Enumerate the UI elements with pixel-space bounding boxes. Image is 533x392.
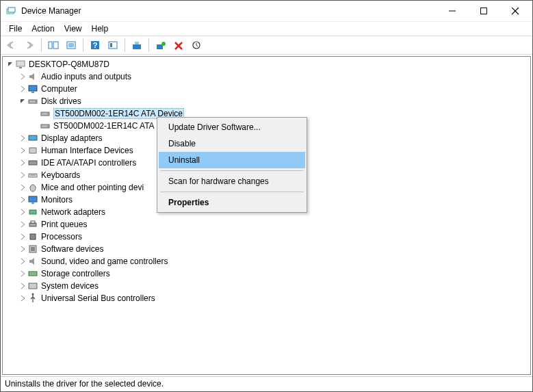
expand-icon[interactable] (18, 170, 27, 180)
tree-item-diskdrives[interactable]: Disk drives (3, 95, 530, 107)
expand-icon[interactable] (18, 133, 27, 143)
tree-item-processors[interactable]: Processors (3, 231, 530, 243)
ctx-uninstall[interactable]: Uninstall (159, 152, 305, 168)
app-icon (6, 5, 17, 16)
expand-icon[interactable] (18, 257, 27, 266)
expand-icon[interactable] (18, 232, 27, 241)
svg-point-28 (47, 114, 49, 115)
mouse-icon (27, 182, 38, 193)
ctx-disable[interactable]: Disable (159, 135, 305, 152)
tree-label: IDE ATA/ATAPI controllers (41, 158, 136, 168)
svg-rect-7 (53, 42, 58, 49)
tree-label: Human Interface Devices (41, 146, 133, 155)
svg-rect-24 (31, 92, 34, 93)
svg-rect-21 (16, 61, 25, 66)
properties-button[interactable] (63, 38, 79, 53)
action-button[interactable] (105, 38, 121, 53)
svg-rect-32 (29, 148, 36, 153)
svg-rect-33 (29, 161, 37, 165)
cpu-icon (27, 231, 38, 242)
svg-text:?: ? (93, 41, 98, 49)
device-tree[interactable]: DESKTOP-Q8MU87D Audio inputs and outputs… (2, 56, 531, 375)
computer-icon (15, 59, 26, 70)
tree-label: Universal Serial Bus controllers (41, 293, 155, 303)
svg-rect-46 (29, 283, 37, 289)
uninstall-button[interactable] (170, 38, 187, 53)
tree-item-computer[interactable]: Computer (3, 83, 530, 95)
scan-hardware-button[interactable] (188, 38, 205, 53)
ctx-properties[interactable]: Properties (159, 194, 305, 211)
tree-root[interactable]: DESKTOP-Q8MU87D (3, 58, 530, 70)
ide-icon (27, 157, 38, 168)
tree-item-usb[interactable]: Universal Serial Bus controllers (3, 292, 530, 304)
svg-rect-17 (135, 42, 139, 44)
expand-icon[interactable] (18, 269, 27, 278)
menu-help[interactable]: Help (88, 23, 113, 34)
tree-item-sound[interactable]: Sound, video and game controllers (3, 255, 530, 267)
maximize-button[interactable] (468, 1, 499, 21)
expand-icon[interactable] (5, 60, 15, 69)
minimize-button[interactable] (437, 1, 468, 21)
svg-rect-42 (30, 234, 36, 239)
drive-icon (40, 120, 51, 131)
svg-rect-22 (19, 67, 22, 68)
speaker-icon (27, 71, 38, 82)
menubar: File Action View Help (1, 22, 532, 36)
tree-label: Sound, video and game controllers (41, 257, 168, 266)
window-title: Device Manager (21, 6, 437, 16)
window-controls (437, 1, 531, 21)
tree-item-softdev[interactable]: Software devices (3, 243, 530, 255)
forward-button[interactable] (21, 38, 38, 53)
svg-rect-37 (29, 196, 37, 202)
printer-icon (27, 219, 38, 230)
tree-label: Print queues (41, 220, 87, 229)
help-button[interactable]: ? (87, 38, 103, 53)
tree-label: Mice and other pointing devi (41, 183, 144, 192)
expand-icon[interactable] (18, 220, 27, 229)
expand-icon[interactable] (18, 183, 27, 192)
svg-rect-1 (8, 8, 15, 12)
show-hide-console-button[interactable] (45, 38, 62, 53)
tree-label: Display adapters (41, 133, 102, 143)
speaker-icon (27, 256, 38, 267)
svg-rect-40 (29, 223, 36, 226)
expand-icon[interactable] (18, 146, 27, 155)
svg-point-26 (35, 101, 36, 103)
close-button[interactable] (499, 1, 531, 21)
statusbar: Uninstalls the driver for the selected d… (1, 376, 532, 391)
ctx-update-driver[interactable]: Update Driver Software... (159, 119, 305, 135)
monitor-icon (27, 83, 38, 94)
collapse-icon[interactable] (18, 96, 27, 106)
expand-icon[interactable] (18, 293, 27, 303)
tree-item-storage[interactable]: Storage controllers (3, 267, 530, 280)
ctx-scan[interactable]: Scan for hardware changes (159, 173, 305, 190)
tree-label: Software devices (41, 244, 103, 254)
svg-rect-38 (31, 202, 34, 204)
tree-item-audio[interactable]: Audio inputs and outputs (3, 70, 530, 83)
update-driver-button[interactable] (129, 38, 145, 53)
tree-item-printq[interactable]: Print queues (3, 218, 530, 231)
svg-rect-31 (29, 135, 37, 140)
tree-label: Computer (41, 84, 77, 94)
expand-icon[interactable] (18, 72, 27, 81)
svg-rect-14 (109, 42, 117, 49)
svg-point-36 (30, 185, 36, 192)
menu-action[interactable]: Action (27, 23, 58, 34)
expand-icon[interactable] (18, 244, 27, 254)
menu-file[interactable]: File (5, 23, 26, 34)
ctx-separator (160, 170, 304, 171)
expand-icon[interactable] (18, 84, 27, 94)
back-button[interactable] (3, 38, 20, 53)
menu-view[interactable]: View (60, 23, 86, 34)
expand-icon[interactable] (18, 195, 27, 205)
svg-point-47 (32, 293, 34, 296)
tree-label: Storage controllers (41, 269, 110, 278)
svg-rect-3 (481, 8, 487, 14)
expand-icon[interactable] (18, 207, 27, 217)
enable-button[interactable] (153, 38, 169, 53)
svg-point-30 (47, 126, 49, 127)
expand-icon[interactable] (18, 281, 27, 291)
expand-icon[interactable] (18, 158, 27, 168)
tree-item-sysdev[interactable]: System devices (3, 280, 530, 292)
drive-icon (27, 96, 38, 107)
